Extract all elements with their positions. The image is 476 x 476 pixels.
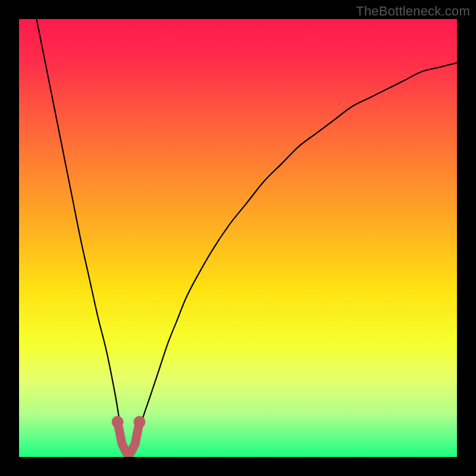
watermark-text: TheBottleneck.com xyxy=(356,4,470,19)
chart-background xyxy=(19,19,457,457)
marker-end-dot xyxy=(133,416,145,428)
marker-start-dot xyxy=(112,416,124,428)
chart-frame xyxy=(19,19,457,457)
chart-svg xyxy=(19,19,457,457)
